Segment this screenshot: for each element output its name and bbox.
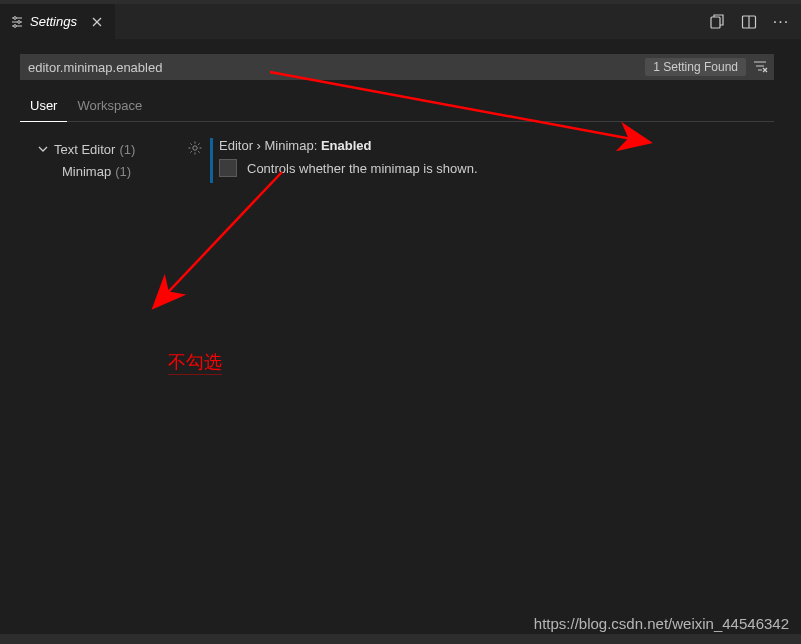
tab-label: Settings — [30, 14, 77, 29]
annotation-text: 不勾选 — [168, 350, 222, 375]
tree-label: Text Editor — [54, 142, 115, 157]
svg-point-5 — [14, 24, 17, 27]
minimap-enabled-checkbox[interactable] — [219, 159, 237, 177]
bottom-strip — [0, 634, 801, 644]
tab-bar: Settings ··· — [0, 4, 801, 39]
gear-icon[interactable] — [187, 140, 203, 156]
tree-count: (1) — [115, 164, 131, 179]
settings-tab-icon — [10, 15, 24, 29]
chevron-down-icon — [38, 144, 48, 154]
setting-title: Editor › Minimap: Enabled — [219, 138, 478, 153]
open-changes-icon[interactable] — [709, 14, 725, 30]
svg-point-16 — [193, 146, 197, 150]
close-icon[interactable] — [87, 12, 107, 32]
tree-count: (1) — [119, 142, 135, 157]
svg-point-4 — [18, 20, 21, 23]
setting-description: Controls whether the minimap is shown. — [247, 161, 478, 176]
setting-row-minimap-enabled: Editor › Minimap: Enabled Controls wheth… — [180, 138, 801, 183]
scope-tabs: User Workspace — [20, 92, 774, 122]
svg-rect-8 — [711, 17, 720, 28]
split-editor-icon[interactable] — [741, 14, 757, 30]
more-actions-icon[interactable]: ··· — [773, 14, 789, 30]
tree-label: Minimap — [62, 164, 111, 179]
scope-tab-user[interactable]: User — [20, 92, 67, 122]
search-result-count: 1 Setting Found — [645, 58, 746, 76]
tree-item-text-editor[interactable]: Text Editor (1) — [0, 138, 180, 160]
scope-tab-workspace[interactable]: Workspace — [67, 92, 152, 121]
tree-item-minimap[interactable]: Minimap (1) — [0, 160, 180, 182]
clear-filter-icon[interactable] — [752, 59, 768, 75]
svg-line-18 — [155, 172, 282, 306]
tab-settings[interactable]: Settings — [0, 4, 116, 39]
settings-search-input[interactable] — [28, 60, 645, 75]
settings-tree: Text Editor (1) Minimap (1) — [0, 132, 180, 183]
watermark: https://blog.csdn.net/weixin_44546342 — [534, 615, 789, 632]
svg-point-3 — [14, 16, 17, 19]
settings-search-row: 1 Setting Found — [20, 54, 774, 80]
